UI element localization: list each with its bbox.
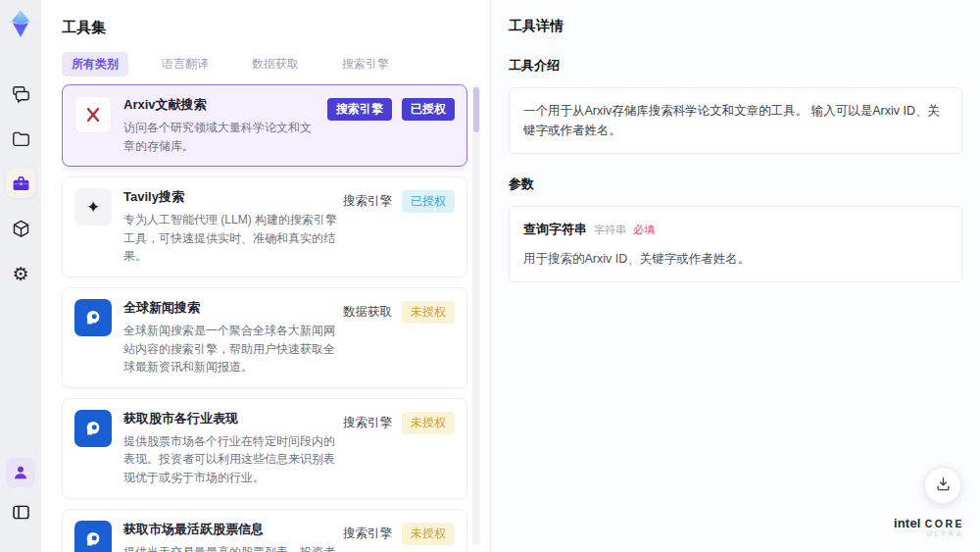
intel-core-logo: intelCORE ULTRA: [894, 514, 964, 538]
ultra-wordmark: ULTRA: [894, 530, 964, 538]
tool-description: 全球新闻搜索是一个聚合全球各大新闻网站内容的搜索引擎，帮助用户快速获取全球最新资…: [123, 322, 337, 376]
category-tab[interactable]: 所有类别: [62, 52, 128, 76]
arxiv-tool-icon: [74, 96, 112, 133]
tool-description: 专为人工智能代理 (LLM) 构建的搜索引擎工具，可快速提供实时、准确和真实的结…: [123, 211, 337, 266]
panel-toggle-icon: [11, 502, 31, 523]
tool-title: Arxiv文献搜索: [123, 96, 321, 114]
sidebar-item-files[interactable]: [6, 124, 35, 153]
tool-title: 获取市场最活跃股票信息: [123, 521, 337, 538]
tool-category-tag: 搜索引擎: [327, 98, 392, 121]
details-title: 工具详情: [509, 18, 962, 35]
tool-card[interactable]: ✦ Tavily搜索 专为人工智能代理 (LLM) 构建的搜索引擎工具，可快速提…: [62, 176, 467, 277]
tool-details-panel: 工具详情 工具介绍 一个用于从Arxiv存储库搜索科学论文和文章的工具。 输入可…: [490, 0, 980, 552]
tool-title: 全球新闻搜索: [123, 299, 337, 317]
folder-icon: [11, 128, 31, 149]
tool-list: Arxiv文献搜索 访问各个研究领域大量科学论文和文章的存储库。 搜索引擎 已授…: [62, 84, 467, 552]
tool-title: 获取股市各行业表现: [123, 410, 337, 427]
tool-auth-badge: 未授权: [402, 301, 455, 324]
tool-title: Tavily搜索: [123, 188, 337, 206]
page-title: 工具集: [41, 0, 490, 52]
param-name: 查询字符串: [523, 220, 587, 240]
diamond-logo-icon: [5, 8, 36, 39]
sidebar-item-account[interactable]: [6, 458, 35, 487]
tool-auth-badge: 已授权: [402, 190, 455, 213]
category-tabs: 所有类别语言翻译数据获取搜索引擎: [41, 52, 490, 86]
sidebar-item-settings[interactable]: ⚙: [6, 259, 35, 288]
news-blue-tool-icon: [74, 410, 112, 447]
download-icon: [934, 475, 953, 497]
scrollbar-thumb[interactable]: [473, 87, 479, 132]
params-heading: 参数: [509, 176, 962, 193]
tool-description: 提供股票市场各个行业在特定时间段内的表现。投资者可以利用这些信息来识别表现优于或…: [123, 432, 337, 487]
user-icon: [11, 463, 30, 482]
tool-auth-badge: 未授权: [402, 523, 455, 545]
param-card: 查询字符串 字符串 必填 用于搜索的Arxiv ID、关键字或作者姓名。: [509, 206, 962, 282]
intro-heading: 工具介绍: [509, 57, 962, 75]
app-logo[interactable]: [5, 8, 36, 39]
category-tab[interactable]: 数据获取: [242, 52, 309, 76]
tool-card[interactable]: 获取市场最活跃股票信息 提供当天交易量最高的股票列表。投资者可以利用这些信息来识…: [62, 509, 467, 552]
cube-icon: [11, 219, 31, 239]
sidebar-item-models[interactable]: [6, 214, 35, 243]
category-tab[interactable]: 语言翻译: [152, 52, 219, 76]
tool-auth-badge: 未授权: [402, 412, 455, 434]
download-button[interactable]: [924, 467, 961, 504]
sidebar-item-tools[interactable]: [6, 169, 35, 198]
gear-icon: ⚙: [12, 265, 28, 283]
chat-icon: [11, 83, 31, 104]
param-required-label: 必填: [633, 222, 655, 239]
tool-category-tag: 搜索引擎: [343, 193, 392, 210]
tool-card[interactable]: Arxiv文献搜索 访问各个研究领域大量科学论文和文章的存储库。 搜索引擎 已授…: [62, 84, 467, 167]
tool-description: 提供当天交易量最高的股票列表。投资者可以利用这些信息来识别流动性强的股票和潜在的…: [123, 543, 337, 552]
intel-wordmark: intel: [894, 516, 921, 530]
core-wordmark: CORE: [925, 518, 964, 529]
tool-description: 访问各个研究领域大量科学论文和文章的存储库。: [123, 119, 321, 155]
list-scrollbar[interactable]: [472, 84, 480, 545]
tool-card[interactable]: 获取股市各行业表现 提供股票市场各个行业在特定时间段内的表现。投资者可以利用这些…: [62, 398, 467, 499]
sidebar-item-panel-toggle[interactable]: [6, 497, 35, 527]
tool-category-tag: 数据获取: [343, 304, 392, 321]
news-blue-tool-icon: [74, 521, 112, 552]
tool-category-tag: 搜索引擎: [343, 415, 392, 431]
tool-category-tag: 搜索引擎: [343, 526, 392, 542]
tool-card[interactable]: 全球新闻搜索 全球新闻搜索是一个聚合全球各大新闻网站内容的搜索引擎，帮助用户快速…: [62, 287, 467, 388]
sidebar: ⚙: [0, 0, 41, 552]
tavily-tool-icon: ✦: [74, 188, 112, 226]
category-tab[interactable]: 搜索引擎: [332, 52, 399, 76]
tools-panel: 工具集 所有类别语言翻译数据获取搜索引擎 Arxiv文献搜索 访问各个研究领域大…: [41, 0, 490, 552]
toolbox-icon: [11, 174, 31, 194]
param-type: 字符串: [594, 222, 626, 239]
intro-text: 一个用于从Arxiv存储库搜索科学论文和文章的工具。 输入可以是Arxiv ID…: [509, 87, 962, 154]
param-description: 用于搜索的Arxiv ID、关键字或作者姓名。: [523, 249, 948, 269]
news-blue-tool-icon: [74, 299, 112, 336]
tool-auth-badge: 已授权: [402, 98, 455, 121]
sidebar-item-chat[interactable]: [6, 78, 35, 108]
